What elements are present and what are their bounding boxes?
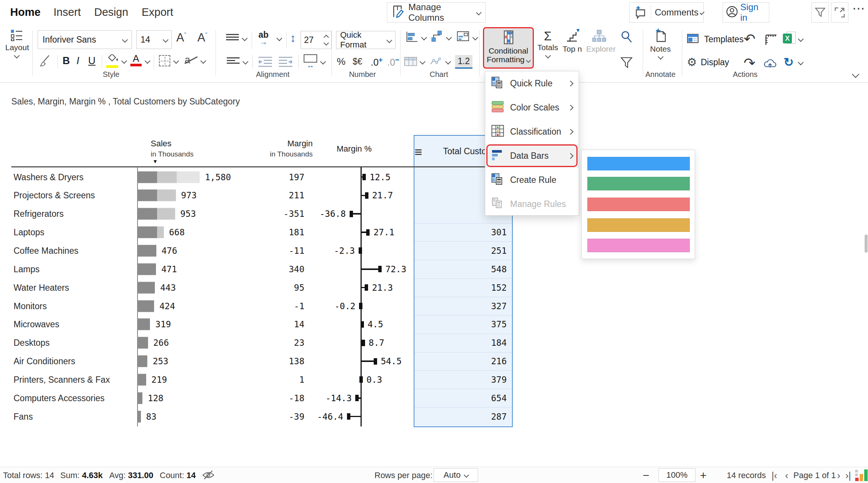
search-button[interactable]: [620, 30, 633, 45]
cloud-upload-button[interactable]: [763, 57, 778, 70]
excel-export-button[interactable]: X: [783, 32, 796, 45]
top-n-button[interactable]: ▼ Top n: [561, 29, 583, 54]
chevron-down-icon[interactable]: [798, 36, 804, 42]
zoom-level-box[interactable]: 100%: [659, 468, 695, 482]
vertical-align-button[interactable]: [226, 32, 239, 42]
totals-button[interactable]: Σ Totals: [537, 29, 559, 59]
horizontal-align-button[interactable]: [227, 56, 240, 65]
bold-button[interactable]: B: [63, 55, 70, 67]
display-button[interactable]: ⚙ Display: [687, 57, 729, 68]
collapse-ribbon-icon[interactable]: [852, 71, 859, 78]
next-page-button[interactable]: ›: [837, 470, 840, 481]
drag-handle-icon[interactable]: [415, 149, 422, 155]
color-option-4[interactable]: [587, 218, 690, 232]
chevron-down-icon[interactable]: [200, 58, 206, 64]
menu-item-data-bars[interactable]: Data Bars: [485, 144, 579, 168]
column-width-button[interactable]: ↔: [304, 54, 317, 68]
clear-format-button[interactable]: a: [185, 54, 200, 67]
redo-icon[interactable]: ↷: [744, 55, 755, 71]
chevron-down-icon[interactable]: [121, 58, 127, 64]
refresh-icon[interactable]: ↻: [784, 55, 794, 69]
decrease-indent-button[interactable]: [258, 56, 273, 69]
font-color-button[interactable]: A: [130, 54, 142, 66]
templates-button[interactable]: Templates: [687, 33, 744, 45]
table-row[interactable]: Monitors424-1-0.2327: [0, 297, 868, 315]
notes-button[interactable]: Notes: [649, 29, 672, 60]
italic-button[interactable]: I: [76, 55, 79, 67]
column-header-sales[interactable]: Sales: [151, 139, 171, 149]
borders-button[interactable]: [159, 55, 170, 66]
layout-button[interactable]: Layout: [5, 29, 28, 59]
increase-font-button[interactable]: Aˆ: [176, 31, 186, 44]
table-row[interactable]: Desktops266238.7184: [0, 334, 868, 352]
column-header-margin-pct[interactable]: Margin %: [320, 144, 388, 154]
filter-top-button[interactable]: [811, 2, 829, 23]
decrease-font-button[interactable]: Aˇ: [197, 31, 207, 44]
previous-page-button[interactable]: ‹: [785, 470, 788, 481]
menu-item-color-scales[interactable]: Color Scales: [485, 95, 579, 120]
menu-item-classification[interactable]: Classification: [485, 120, 579, 144]
table-row[interactable]: Fans83-39-46.4287: [0, 407, 868, 426]
tab-export[interactable]: Export: [142, 6, 173, 18]
table-row[interactable]: Microwaves319144.5375: [0, 315, 868, 334]
tab-design[interactable]: Design: [94, 6, 128, 18]
table-row[interactable]: Water Heaters4439521.3152: [0, 278, 868, 297]
chevron-down-icon[interactable]: [242, 35, 248, 41]
chevron-down-icon[interactable]: [277, 35, 283, 41]
table-row[interactable]: Projectors & Screens97321121.7: [0, 186, 868, 205]
table-row[interactable]: Coffee Machines476-11-2.3251: [0, 241, 868, 260]
currency-format-button[interactable]: $€: [353, 57, 362, 67]
table-row[interactable]: Printers, Scanners & Fax21910.3379: [0, 370, 868, 389]
font-name-select[interactable]: Inforiver Sans: [38, 30, 132, 49]
ruler-button[interactable]: [764, 33, 778, 48]
color-option-2[interactable]: [587, 177, 690, 190]
percent-format-button[interactable]: %: [337, 56, 345, 67]
increase-indent-button[interactable]: [278, 56, 293, 69]
format-painter-button[interactable]: [38, 54, 51, 67]
color-option-1[interactable]: [587, 157, 690, 170]
wrap-text-button[interactable]: ab →: [258, 30, 269, 44]
sort-descending-icon[interactable]: ▼: [153, 158, 158, 164]
zoom-out-button[interactable]: −: [643, 469, 649, 482]
step-up-icon[interactable]: [324, 34, 329, 40]
chevron-down-icon[interactable]: [320, 59, 326, 65]
table-row[interactable]: Air Conditioners25313854.5216: [0, 352, 868, 371]
last-page-button[interactable]: ›|: [845, 470, 851, 481]
comments-button[interactable]: Comments: [629, 2, 704, 23]
chevron-down-icon[interactable]: [798, 60, 804, 66]
filter-button[interactable]: [620, 57, 633, 70]
column-header-margin[interactable]: Margin: [245, 139, 313, 149]
vertical-scrollbar-thumb[interactable]: [865, 235, 868, 253]
chevron-down-icon[interactable]: [243, 59, 249, 65]
font-size-select[interactable]: 14: [136, 30, 172, 49]
color-option-3[interactable]: [587, 198, 690, 211]
decrease-decimal-button[interactable]: .0−: [387, 56, 399, 68]
chevron-down-icon[interactable]: [173, 58, 179, 64]
more-options-icon[interactable]: ⋯: [852, 1, 865, 16]
tab-home[interactable]: Home: [10, 6, 41, 18]
table-row[interactable]: Refrigerators953-351-36.8: [0, 205, 868, 223]
sign-in-button[interactable]: Sign in: [723, 2, 769, 23]
zoom-in-button[interactable]: +: [700, 469, 707, 482]
explorer-button[interactable]: Explorer: [586, 29, 613, 54]
expand-button[interactable]: [831, 2, 848, 23]
menu-item-create-rule[interactable]: Create Rule: [485, 168, 579, 192]
step-down-icon[interactable]: [324, 40, 329, 45]
color-option-5[interactable]: [587, 239, 690, 252]
hide-stats-button[interactable]: [202, 470, 215, 482]
fill-color-button[interactable]: [106, 54, 120, 68]
chevron-down-icon[interactable]: [145, 58, 151, 64]
quick-format-select[interactable]: Quick Format: [336, 31, 396, 49]
table-row[interactable]: Washers & Dryers1,58019712.5: [0, 168, 868, 186]
row-height-stepper[interactable]: 27: [301, 31, 332, 49]
add-comment-icon[interactable]: [630, 5, 651, 20]
table-row[interactable]: Computers Accessories128-18-14.3654: [0, 389, 868, 407]
menu-item-quick-rule[interactable]: Quick Rule: [485, 71, 579, 95]
underline-button[interactable]: U: [88, 55, 96, 67]
tab-insert[interactable]: Insert: [53, 6, 81, 18]
table-row[interactable]: Laptops66818127.1301: [0, 223, 868, 242]
conditional-formatting-button[interactable]: Conditional Formatting: [483, 27, 534, 69]
table-row[interactable]: Lamps47134072.3548: [0, 260, 868, 278]
first-page-button[interactable]: |‹: [772, 470, 777, 481]
increase-decimal-button[interactable]: .0+: [371, 56, 383, 68]
